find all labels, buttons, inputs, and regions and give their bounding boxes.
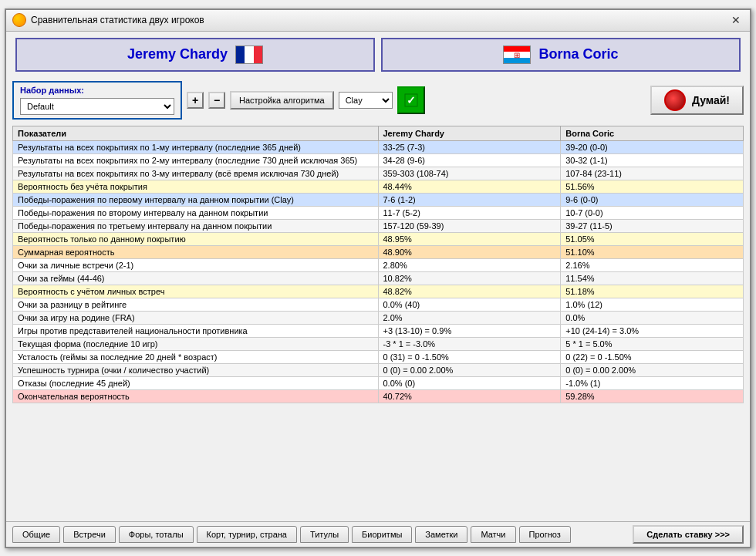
table-row: Очки за личные встречи (2-1)2.80%2.16% [13, 258, 744, 271]
indicator-cell: Очки за геймы (44-46) [13, 271, 379, 285]
plus-button[interactable]: + [187, 92, 204, 109]
table-row: Окончательная вероятность40.72%59.28% [13, 389, 744, 403]
tab------[interactable]: Общие [12, 526, 60, 543]
player1-cell: 48.95% [378, 232, 561, 245]
player1-name: Jeremy Chardy [127, 46, 228, 62]
player1-cell: +3 (13-10) = 0.9% [378, 324, 561, 337]
table-row: Усталость (геймы за последние 20 дней * … [13, 350, 744, 363]
window-title: Сравнительная статистика двух игроков [31, 15, 204, 25]
indicator-cell: Вероятность с учётом личных встреч [13, 285, 379, 298]
tabs-container: ОбщиеВстречиФоры, тоталыКорт, турнир, ст… [12, 526, 571, 543]
player1-cell: 2.80% [378, 258, 561, 271]
controls-section: Набор данных: Default + − Настройка алго… [6, 78, 750, 123]
player1-cell: 2.0% [378, 311, 561, 324]
bottom-tabs: ОбщиеВстречиФоры, тоталыКорт, турнир, ст… [6, 521, 750, 547]
player2-cell: 39-20 (0-0) [561, 140, 744, 153]
player2-cell: 59.28% [561, 389, 744, 403]
close-button[interactable]: ✕ [728, 14, 744, 26]
table-row: Успешность турнира (очки / количество уч… [13, 363, 744, 376]
player2-panel[interactable]: Borna Coric [381, 38, 741, 72]
table-row: Результаты на всех покрытиях по 3-му инт… [13, 167, 744, 180]
player2-cell: 51.56% [561, 180, 744, 193]
stats-table: Показатели Jeremy Chardy Borna Coric Рез… [12, 126, 744, 403]
player1-panel[interactable]: Jeremy Chardy [15, 38, 375, 72]
indicator-cell: Отказы (последние 45 дней) [13, 376, 379, 389]
player2-cell: 2.16% [561, 258, 744, 271]
tab---------[interactable]: Биоритмы [352, 526, 412, 543]
app-icon [12, 13, 26, 27]
player2-name: Borna Coric [538, 46, 618, 62]
think-icon [664, 89, 686, 111]
tab-------[interactable]: Титулы [300, 526, 349, 543]
tab--------[interactable]: Заметки [415, 526, 467, 543]
table-row: Отказы (последние 45 дней)0.0% (0)-1.0% … [13, 376, 744, 389]
indicator-cell: Очки за разницу в рейтинге [13, 298, 379, 311]
table-row: Текущая форма (последние 10 игр)-3 * 1 =… [13, 337, 744, 350]
player1-cell: 0.0% (40) [378, 298, 561, 311]
table-row: Результаты на всех покрытиях по 2-му инт… [13, 153, 744, 167]
table-row: Суммарная вероятность48.90%51.10% [13, 245, 744, 258]
player1-cell: 48.90% [378, 245, 561, 258]
col-header-player1: Jeremy Chardy [378, 126, 561, 140]
player2-cell: 5 * 1 = 5.0% [561, 337, 744, 350]
indicator-cell: Вероятность без учёта покрытия [13, 180, 379, 193]
indicator-cell: Результаты на всех покрытиях по 3-му инт… [13, 167, 379, 180]
minus-button[interactable]: − [208, 92, 225, 109]
tab---------------------[interactable]: Корт, турнир, страна [197, 526, 297, 543]
green-export-button[interactable]: ✓ [397, 86, 425, 114]
stake-button[interactable]: Сделать ставку >>> [633, 525, 744, 544]
surface-select[interactable]: Clay Hard Grass [339, 92, 393, 109]
indicator-cell: Вероятность только по данному покрытию [13, 232, 379, 245]
player2-flag [503, 45, 531, 64]
indicator-cell: Усталость (геймы за последние 20 дней * … [13, 350, 379, 363]
indicator-cell: Суммарная вероятность [13, 245, 379, 258]
player2-cell: 0 (22) = 0 -1.50% [561, 350, 744, 363]
indicator-cell: Победы-поражения по первому интервалу на… [13, 193, 379, 206]
table-row: Победы-поражения по второму интервалу на… [13, 206, 744, 219]
col-header-indicator: Показатели [13, 126, 379, 140]
player2-cell: 1.0% (12) [561, 298, 744, 311]
player1-cell: 0 (0) = 0.00 2.00% [378, 363, 561, 376]
table-row: Победы-поражения по третьему интервалу н… [13, 219, 744, 232]
tab--------[interactable]: Прогноз [519, 526, 571, 543]
table-row: Победы-поражения по первому интервалу на… [13, 193, 744, 206]
indicator-cell: Успешность турнира (очки / количество уч… [13, 363, 379, 376]
player2-cell: +10 (24-14) = 3.0% [561, 324, 744, 337]
player1-cell: 48.44% [378, 180, 561, 193]
dataset-label: Набор данных: [20, 86, 174, 95]
player1-cell: 34-28 (9-6) [378, 153, 561, 167]
dataset-select[interactable]: Default [20, 98, 174, 115]
player2-cell: 9-6 (0-0) [561, 193, 744, 206]
table-row: Очки за разницу в рейтинге0.0% (40)1.0% … [13, 298, 744, 311]
tab------[interactable]: Матчи [471, 526, 515, 543]
player2-cell: -1.0% (1) [561, 376, 744, 389]
indicator-cell: Результаты на всех покрытиях по 1-му инт… [13, 140, 379, 153]
player2-cell: 11.54% [561, 271, 744, 285]
player2-cell: 30-32 (1-1) [561, 153, 744, 167]
indicator-cell: Результаты на всех покрытиях по 2-му инт… [13, 153, 379, 167]
player1-cell: 7-6 (1-2) [378, 193, 561, 206]
indicator-cell: Победы-поражения по второму интервалу на… [13, 206, 379, 219]
player1-cell: 359-303 (108-74) [378, 167, 561, 180]
player1-cell: 33-25 (7-3) [378, 140, 561, 153]
player-header: Jeremy Chardy Borna Coric [6, 32, 750, 78]
indicator-cell: Очки за игру на родине (FRA) [13, 311, 379, 324]
col-header-player2: Borna Coric [561, 126, 744, 140]
tab--------[interactable]: Встречи [63, 526, 116, 543]
tab-------------[interactable]: Форы, тоталы [119, 526, 194, 543]
player1-cell: -3 * 1 = -3.0% [378, 337, 561, 350]
indicator-cell: Победы-поражения по третьему интервалу н… [13, 219, 379, 232]
player1-cell: 0 (31) = 0 -1.50% [378, 350, 561, 363]
player1-cell: 40.72% [378, 389, 561, 403]
indicator-cell: Текущая форма (последние 10 игр) [13, 337, 379, 350]
table-row: Результаты на всех покрытиях по 1-му инт… [13, 140, 744, 153]
table-section: Показатели Jeremy Chardy Borna Coric Рез… [6, 123, 750, 521]
player2-cell: 107-84 (23-11) [561, 167, 744, 180]
table-row: Игры против представителей национальност… [13, 324, 744, 337]
algorithm-button[interactable]: Настройка алгоритма [230, 91, 334, 110]
table-row: Вероятность без учёта покрытия48.44%51.5… [13, 180, 744, 193]
player2-cell: 10-7 (0-0) [561, 206, 744, 219]
indicator-cell: Игры против представителей национальност… [13, 324, 379, 337]
player1-cell: 0.0% (0) [378, 376, 561, 389]
think-button[interactable]: Думай! [650, 86, 744, 115]
